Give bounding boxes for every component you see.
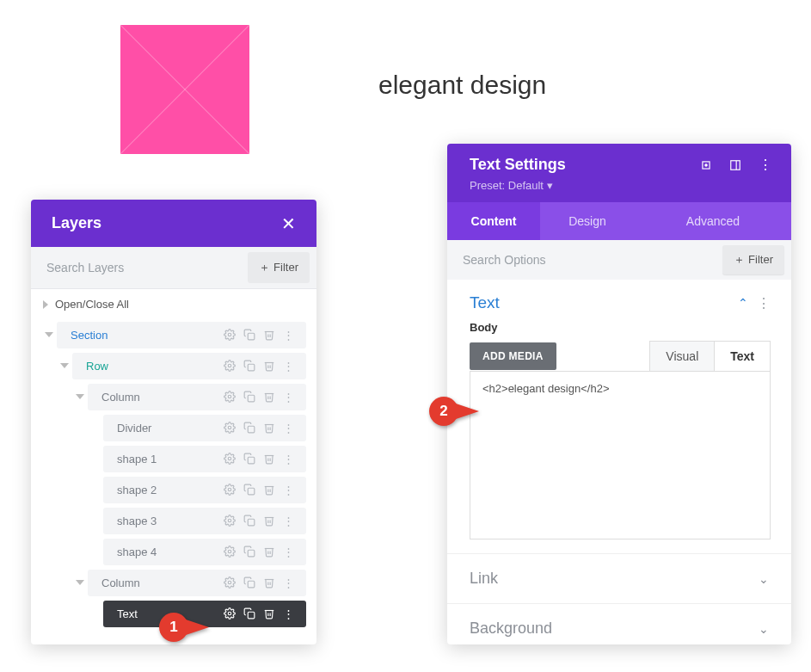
preset-selector[interactable]: Preset: Default ▾	[470, 179, 772, 192]
more-icon[interactable]: ⋮	[283, 546, 294, 558]
more-icon[interactable]: ⋮	[283, 576, 294, 589]
layers-search-bar: ＋ Filter	[31, 247, 316, 289]
section-text-title[interactable]: Text	[470, 293, 500, 312]
duplicate-icon[interactable]	[243, 329, 255, 341]
annotation-2: 2	[429, 397, 479, 426]
trash-icon[interactable]	[263, 422, 275, 434]
chevron-down-icon: ⌄	[759, 622, 769, 636]
settings-filter-button[interactable]: ＋ Filter	[722, 245, 784, 274]
layers-title: Layers	[52, 214, 101, 232]
svg-rect-13	[248, 519, 255, 526]
duplicate-icon[interactable]	[243, 360, 255, 372]
settings-panel: Text Settings ⋮ Preset: Default ▾ Conten…	[447, 144, 791, 644]
body-editor[interactable]	[470, 371, 771, 539]
gear-icon[interactable]	[224, 422, 236, 434]
trash-icon[interactable]	[263, 515, 275, 527]
gear-icon[interactable]	[224, 484, 236, 496]
more-icon[interactable]: ⋮	[283, 422, 294, 435]
layer-column2[interactable]: Column ⋮	[41, 567, 306, 598]
svg-point-2	[228, 364, 231, 367]
tab-design[interactable]: Design	[540, 202, 635, 240]
expand-icon[interactable]	[700, 159, 712, 171]
trash-icon[interactable]	[263, 484, 275, 496]
duplicate-icon[interactable]	[243, 453, 255, 465]
gear-icon[interactable]	[224, 329, 236, 341]
more-icon[interactable]: ⋮	[283, 329, 294, 342]
editor-tab-text[interactable]: Text	[714, 341, 771, 371]
layer-shape1[interactable]: shape 1 ⋮	[41, 443, 306, 474]
layers-search-input[interactable]	[31, 250, 248, 285]
more-icon[interactable]: ⋮	[283, 515, 294, 527]
trash-icon[interactable]	[263, 360, 275, 372]
layers-filter-button[interactable]: ＋ Filter	[248, 252, 310, 283]
trash-icon[interactable]	[263, 329, 275, 341]
add-media-button[interactable]: ADD MEDIA	[470, 342, 556, 370]
trash-icon[interactable]	[263, 391, 275, 403]
layout-icon[interactable]	[729, 159, 741, 171]
svg-point-12	[228, 519, 231, 522]
caret-down-icon	[76, 394, 84, 399]
canvas-shape	[120, 25, 249, 154]
trash-icon[interactable]	[263, 607, 275, 620]
more-icon[interactable]: ⋮	[283, 484, 294, 496]
more-icon[interactable]: ⋮	[283, 607, 294, 620]
layer-shape2[interactable]: shape 2 ⋮	[41, 474, 306, 505]
section-text: Text ⌃ ⋮ Body ADD MEDIA Visual Text	[447, 280, 791, 554]
duplicate-icon[interactable]	[243, 546, 255, 558]
open-close-all[interactable]: Open/Close All	[31, 289, 316, 319]
chevron-up-icon[interactable]: ⌃	[738, 296, 748, 310]
trash-icon[interactable]	[263, 453, 275, 465]
gear-icon[interactable]	[224, 515, 236, 527]
duplicate-icon[interactable]	[243, 391, 255, 403]
svg-rect-3	[248, 364, 255, 371]
annotation-1: 1	[159, 613, 209, 642]
layer-shape3[interactable]: shape 3 ⋮	[41, 505, 306, 536]
layer-column[interactable]: Column ⋮	[41, 381, 306, 412]
svg-point-18	[228, 612, 231, 615]
settings-title: Text Settings	[470, 156, 566, 174]
gear-icon[interactable]	[224, 576, 236, 589]
duplicate-icon[interactable]	[243, 515, 255, 527]
duplicate-icon[interactable]	[243, 484, 255, 496]
caret-down-icon	[60, 363, 69, 368]
editor-tab-visual[interactable]: Visual	[649, 341, 714, 371]
svg-rect-9	[248, 457, 255, 464]
settings-search-input[interactable]	[447, 243, 716, 277]
more-icon[interactable]: ⋮	[283, 360, 294, 373]
section-background[interactable]: Background ⌄	[447, 604, 791, 644]
duplicate-icon[interactable]	[243, 576, 255, 589]
more-icon[interactable]: ⋮	[757, 295, 771, 311]
chevron-down-icon: ⌄	[759, 572, 769, 586]
body-label: Body	[470, 321, 771, 334]
more-icon[interactable]: ⋮	[759, 157, 772, 173]
svg-rect-17	[248, 581, 255, 588]
layer-shape4[interactable]: shape 4 ⋮	[41, 536, 306, 567]
gear-icon[interactable]	[224, 453, 236, 465]
gear-icon[interactable]	[224, 607, 236, 620]
layer-row[interactable]: Row ⋮	[41, 350, 306, 381]
trash-icon[interactable]	[263, 546, 275, 558]
layers-header: Layers ✕	[31, 200, 316, 247]
svg-point-21	[705, 163, 707, 165]
tab-content[interactable]: Content	[447, 202, 540, 240]
layer-divider[interactable]: Divider ⋮	[41, 412, 306, 443]
svg-point-4	[228, 395, 231, 398]
svg-point-14	[228, 550, 231, 553]
caret-down-icon	[45, 332, 53, 337]
gear-icon[interactable]	[224, 546, 236, 558]
duplicate-icon[interactable]	[243, 422, 255, 434]
section-link[interactable]: Link ⌄	[447, 554, 791, 604]
svg-point-6	[228, 426, 231, 429]
svg-rect-22	[731, 160, 740, 170]
settings-tabs: Content Design Advanced	[447, 202, 791, 240]
duplicate-icon[interactable]	[243, 607, 255, 620]
settings-search-bar: ＋ Filter	[447, 240, 791, 280]
more-icon[interactable]: ⋮	[283, 391, 294, 404]
layer-section[interactable]: Section ⋮	[41, 319, 306, 350]
gear-icon[interactable]	[224, 391, 236, 403]
trash-icon[interactable]	[263, 576, 275, 589]
gear-icon[interactable]	[224, 360, 236, 372]
close-icon[interactable]: ✕	[281, 213, 296, 234]
more-icon[interactable]: ⋮	[283, 453, 294, 465]
tab-advanced[interactable]: Advanced	[635, 202, 791, 240]
